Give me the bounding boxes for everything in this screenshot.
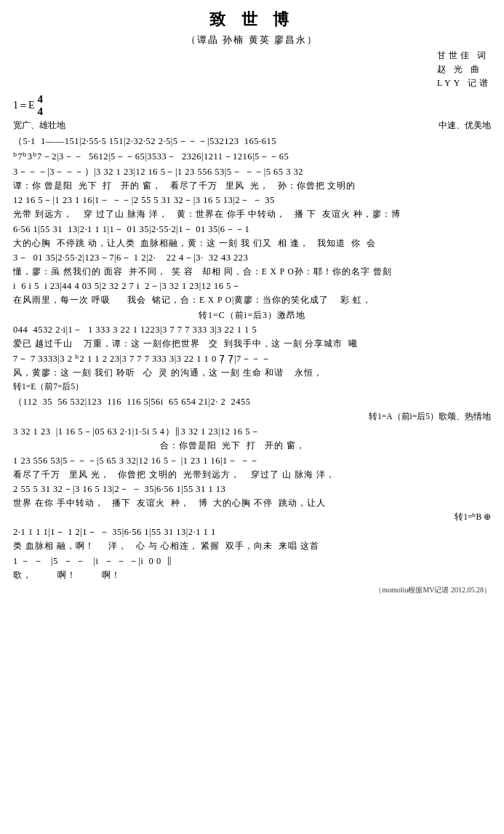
title-section: 致 世 博 （谭晶 孙楠 黄英 廖昌永） 甘世佳 词 赵 光 曲 LYY 记谱 xyxy=(13,7,491,90)
section_left-line-17: 转1=E（前7=后5） xyxy=(13,381,491,393)
lyrics-line-28: 类 血脉相 融，啊！ 洋， 心 与 心相连， 紧握 双手，向未 来唱 这首 xyxy=(13,540,491,552)
music-line-8: 3－ 01 35|2·55·2|123－7|6－ 1 2|2· 22 4－|3·… xyxy=(13,250,491,265)
lyricist: 甘世佳 词 xyxy=(437,49,491,63)
tempo-right-label: 中速、优美地 xyxy=(439,119,491,132)
music-line-13: 044 4532 2·i|1－ 1 333 3 22 1 1223|3 7 7 … xyxy=(13,322,491,337)
key-signature: 1＝E 4 4 xyxy=(13,93,43,117)
lyrics-line-7: 大的心胸 不停跳 动，让人类 血脉相融，黄：这 一刻 我 们又 相 逢， 我知道… xyxy=(13,237,491,250)
subtitle: （谭晶 孙楠 黄英 廖昌永） xyxy=(13,33,491,47)
music-line-2: 3－－－|3－－－）|3 32 1 23|12 16 5－|1 23 556 5… xyxy=(13,164,491,179)
key-tempo-row: 1＝E 4 4 xyxy=(13,93,491,117)
lyrics-line-23: 看尽了千万 里风 光， 你曾把 文明的 光带到远方， 穿过了 山 脉海 洋， xyxy=(13,469,491,481)
music-line-22: 1 23 556 53|5－－－|5 65 3 32|12 16 5－ |1 2… xyxy=(13,453,491,468)
music-line-4: 12 16 5－|1 23 1 16|1－ －－|2 55 5 31 32－|3… xyxy=(13,193,491,207)
music-line-6: 6·56 1|55 31 13|2·1 1 1|1－ 01 35|2·55·2|… xyxy=(13,222,491,237)
style-row: 宽广、雄壮地 中速、优美地 xyxy=(13,119,491,132)
section-line-12: 转1=C（前i=后3）激昂地 xyxy=(13,309,491,322)
credits: 甘世佳 词 赵 光 曲 LYY 记谱 xyxy=(437,49,491,91)
music-line-27: 2·1 1 1 1|1－ 1 2|1－ － 35|6·56 1|55 31 13… xyxy=(13,525,491,539)
lyrics-line-16: 风，黄廖：这 一刻 我们 聆听 心 灵 的沟通，这 一刻 生命 和谐 永恒， xyxy=(13,367,491,379)
lyrics-line-11: 在风雨里，每一次 呼吸 我会 铭记，合：E X P O|黄廖：当你的笑化成了 彩… xyxy=(13,294,491,306)
composer: 赵 光 曲 xyxy=(437,63,491,76)
lyrics-line-14: 爱已 越过千山 万重，谭：这 一刻你把世界 交 到我手中，这 一刻 分享城市 曦 xyxy=(13,338,491,350)
style-left: 宽广、雄壮地 xyxy=(13,119,65,132)
key-text: 1＝E xyxy=(13,98,35,113)
music-line-29: 1 － － |5 － － |i － － －|i 0 0 ‖ xyxy=(13,554,491,568)
main-title: 致 世 博 xyxy=(13,7,491,31)
time-signature: 4 4 xyxy=(38,93,44,117)
lyrics-line-3: 谭：你 曾是阳 光下 打 开的 窗， 看尽了千万 里风 光， 孙：你曾把 文明的 xyxy=(13,180,491,192)
music-line-0: （5·1 1――151|2·55·5 151|2·32·52 2·5|5－－－|… xyxy=(13,134,491,148)
section_right-line-19: 转1=A（前i=后5）歌颂、热情地 xyxy=(13,410,491,423)
notation: LYY 记谱 xyxy=(437,76,491,90)
lyrics-line-9: 懂，廖：虽 然我们的 面容 并不同， 笑 容 却相 同，合：E X P O孙：耶… xyxy=(13,266,491,278)
lyrics-line-5: 光带 到远方， 穿 过了山 脉海 洋， 黄：世界在 你手 中转动， 播 下 友谊… xyxy=(13,208,491,221)
footer-line-31: （momoliu根据MV记谱 2012.05.28） xyxy=(13,584,491,595)
lyrics-line-25: 世界 在你 手中转动， 播下 友谊火 种， 博 大的心胸 不停 跳动，让人 xyxy=(13,497,491,509)
music-content: （5·1 1――151|2·55·5 151|2·32·52 2·5|5－－－|… xyxy=(13,134,491,595)
section_mid-line-26: 转1=ᵇB ⊕ xyxy=(13,511,491,523)
music-line-15: 7－ 7 3333|3 2 ᵇ2 1 1 2 23|3 7 7 7 333 3|… xyxy=(13,352,491,366)
lyrics-line-21: 合：你曾是阳 光下 打 开的 窗， xyxy=(13,440,491,452)
music-line-24: 2 55 5 31 32－|3 16 5 13|2－ － 35|6·56 1|5… xyxy=(13,482,491,496)
music-line-10: i 6 i 5 i 23|44 4 03 5|2 32 2 7 i 2－|3 3… xyxy=(13,279,491,293)
music-line-20: 3 32 1 23 |1 16 5－|05 63 2·1|1·5i 5 4）‖3… xyxy=(13,424,491,439)
music-line-18: （112 35 56 532|123 116 116 5|56i 65 654 … xyxy=(13,394,491,409)
music-line-1: ᵇ7ᵇ3ᵇ7－2|3－－ 5612|5－－65|3533－ 2326|1211－… xyxy=(13,149,491,164)
lyrics-line-30: 歌， 啊！ 啊！ xyxy=(13,569,491,581)
